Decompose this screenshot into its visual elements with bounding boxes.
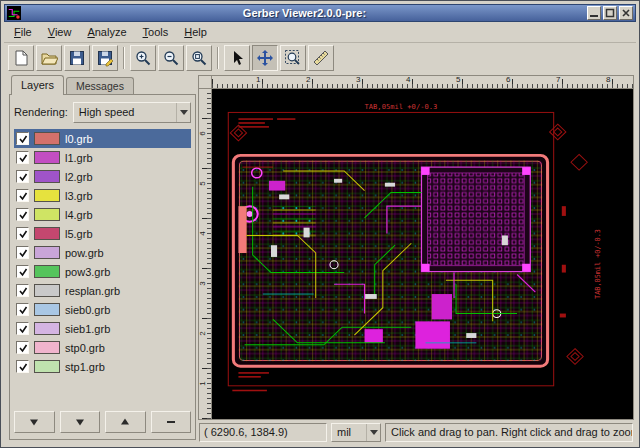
add-layer-button[interactable] xyxy=(14,411,55,433)
layer-visibility-checkbox[interactable] xyxy=(16,189,29,202)
minimize-button[interactable] xyxy=(587,6,601,20)
layer-visibility-checkbox[interactable] xyxy=(16,132,29,145)
layer-color-swatch[interactable] xyxy=(34,303,60,316)
layer-row[interactable]: l4.grb xyxy=(14,205,191,224)
layer-color-swatch[interactable] xyxy=(34,227,60,240)
layer-name: pow3.grb xyxy=(65,266,110,278)
app-window: Gerber Viewer2.0.0-pre: File View Analyz… xyxy=(0,0,640,448)
zoom-in-button[interactable] xyxy=(130,45,156,71)
pointer-icon xyxy=(228,49,246,67)
toolbar xyxy=(4,43,636,73)
new-file-icon xyxy=(12,49,30,67)
layer-row[interactable]: l0.grb xyxy=(14,129,191,148)
units-combobox[interactable]: mil xyxy=(331,423,381,442)
pointer-tool-button[interactable] xyxy=(224,45,250,71)
ruler-label: 3 xyxy=(198,281,207,285)
layer-visibility-checkbox[interactable] xyxy=(16,151,29,164)
maximize-button[interactable] xyxy=(603,6,617,20)
layer-row[interactable]: pow3.grb xyxy=(14,262,191,281)
new-file-button[interactable] xyxy=(8,45,34,71)
ruler-label: 7 xyxy=(556,75,560,84)
layer-row[interactable]: stp1.grb xyxy=(14,357,191,376)
pan-tool-button[interactable] xyxy=(252,45,278,71)
ruler-label: 2 xyxy=(198,331,207,335)
pcb-render: TAB,05mil +0/-0.3 TAB,05mil +0/-0.3 xyxy=(212,89,633,419)
close-button[interactable] xyxy=(619,6,633,20)
menu-view[interactable]: View xyxy=(40,23,80,41)
measure-icon xyxy=(312,49,330,67)
menu-help[interactable]: Help xyxy=(176,23,215,41)
menu-analyze[interactable]: Analyze xyxy=(79,23,134,41)
ruler-label: 6 xyxy=(506,75,510,84)
layer-row[interactable]: stp0.grb xyxy=(14,338,191,357)
layer-visibility-checkbox[interactable] xyxy=(16,322,29,335)
save-button[interactable] xyxy=(64,45,90,71)
move-layer-up-button[interactable] xyxy=(105,411,146,433)
rendering-row: Rendering: High speed xyxy=(14,100,191,124)
layer-name: stp0.grb xyxy=(65,342,105,354)
layer-color-swatch[interactable] xyxy=(34,341,60,354)
zoom-in-icon xyxy=(134,49,152,67)
layer-row[interactable]: sieb1.grb xyxy=(14,319,191,338)
close-icon xyxy=(621,8,631,18)
layer-name: l0.grb xyxy=(65,133,93,145)
layer-color-swatch[interactable] xyxy=(34,265,60,278)
ruler-label: 3 xyxy=(356,75,360,84)
layer-name: l4.grb xyxy=(65,209,93,221)
layer-color-swatch[interactable] xyxy=(34,360,60,373)
layer-row[interactable]: resplan.grb xyxy=(14,281,191,300)
layer-visibility-checkbox[interactable] xyxy=(16,303,29,316)
zoom-region-tool-button[interactable] xyxy=(280,45,306,71)
layer-color-swatch[interactable] xyxy=(34,189,60,202)
move-layer-down-button[interactable] xyxy=(60,411,101,433)
menu-file[interactable]: File xyxy=(6,23,40,41)
ruler-corner xyxy=(199,76,212,89)
layer-color-swatch[interactable] xyxy=(34,132,60,145)
rendering-label: Rendering: xyxy=(14,106,68,118)
units-value: mil xyxy=(337,426,366,438)
ruler-label: 5 xyxy=(456,75,460,84)
titlebar[interactable]: Gerber Viewer2.0.0-pre: xyxy=(4,4,636,22)
layer-visibility-checkbox[interactable] xyxy=(16,284,29,297)
menu-tools[interactable]: Tools xyxy=(135,23,177,41)
layer-row[interactable]: l5.grb xyxy=(14,224,191,243)
layer-color-swatch[interactable] xyxy=(34,284,60,297)
zoom-region-icon xyxy=(284,49,302,67)
chevron-down-icon xyxy=(176,103,190,122)
zoom-fit-button[interactable] xyxy=(186,45,212,71)
layer-visibility-checkbox[interactable] xyxy=(16,246,29,259)
layer-color-swatch[interactable] xyxy=(34,322,60,335)
check-icon xyxy=(18,191,28,201)
layer-visibility-checkbox[interactable] xyxy=(16,170,29,183)
layer-visibility-checkbox[interactable] xyxy=(16,341,29,354)
pan-icon xyxy=(256,49,274,67)
layer-color-swatch[interactable] xyxy=(34,208,60,221)
check-icon xyxy=(18,305,28,315)
save-as-button[interactable] xyxy=(92,45,118,71)
layer-row[interactable]: sieb0.grb xyxy=(14,300,191,319)
open-file-button[interactable] xyxy=(36,45,62,71)
layer-visibility-checkbox[interactable] xyxy=(16,227,29,240)
layer-color-swatch[interactable] xyxy=(34,151,60,164)
layer-row[interactable]: l1.grb xyxy=(14,148,191,167)
open-file-icon xyxy=(40,49,58,67)
layer-visibility-checkbox[interactable] xyxy=(16,265,29,278)
ruler-label: 5 xyxy=(198,181,207,185)
layer-row[interactable]: l2.grb xyxy=(14,167,191,186)
zoom-out-button[interactable] xyxy=(158,45,184,71)
layer-color-swatch[interactable] xyxy=(34,246,60,259)
layer-name: stp1.grb xyxy=(65,361,105,373)
layer-color-swatch[interactable] xyxy=(34,170,60,183)
remove-layer-button[interactable] xyxy=(151,411,192,433)
layer-visibility-checkbox[interactable] xyxy=(16,208,29,221)
layers-panel: Rendering: High speed l0.grb xyxy=(9,94,196,440)
rendering-combobox[interactable]: High speed xyxy=(73,102,191,123)
tab-layers[interactable]: Layers xyxy=(11,75,64,95)
layer-row[interactable]: l3.grb xyxy=(14,186,191,205)
gerber-canvas[interactable]: TAB,05mil +0/-0.3 TAB,05mil +0/-0.3 xyxy=(212,89,633,419)
tab-messages[interactable]: Messages xyxy=(66,77,134,95)
layer-visibility-checkbox[interactable] xyxy=(16,360,29,373)
layer-row[interactable]: pow.grb xyxy=(14,243,191,262)
sidebar: Layers Messages Rendering: High speed l0… xyxy=(4,73,198,444)
measure-tool-button[interactable] xyxy=(308,45,334,71)
